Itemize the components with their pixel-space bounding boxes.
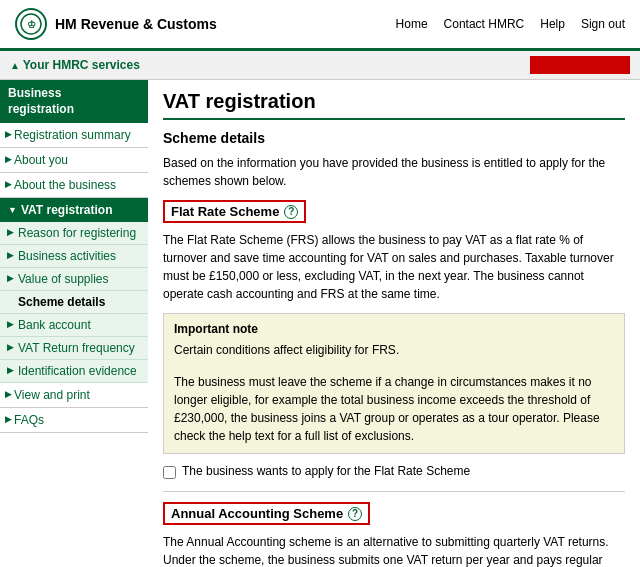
nav-contact[interactable]: Contact HMRC [444, 17, 525, 31]
page-title: VAT registration [163, 90, 625, 120]
sidebar-vat-items: Reason for registering Business activiti… [0, 222, 148, 383]
important-note-text2: The business must leave the scheme if a … [174, 373, 614, 445]
hmrc-logo-icon: ♔ [15, 8, 47, 40]
nav-home[interactable]: Home [396, 17, 428, 31]
logo-text: HM Revenue & Customs [55, 16, 217, 32]
sidebar-item-view-and-print[interactable]: View and print [0, 383, 148, 408]
sidebar-item-value-of-supplies[interactable]: Value of supplies [0, 268, 148, 291]
intro-text: Based on the information you have provid… [163, 154, 625, 190]
flat-rate-description: The Flat Rate Scheme (FRS) allows the bu… [163, 231, 625, 303]
header: ♔ HM Revenue & Customs Home Contact HMRC… [0, 0, 640, 51]
sidebar-business-registration-title: Business registration [0, 80, 148, 123]
sidebar-item-bank-account[interactable]: Bank account [0, 314, 148, 337]
flat-rate-scheme-label[interactable]: Flat Rate Scheme ? [163, 200, 306, 223]
service-bar: Your HMRC services [0, 51, 640, 80]
sidebar-item-about-you[interactable]: About you [0, 148, 148, 173]
section-heading: Scheme details [163, 130, 625, 146]
sidebar-item-faqs[interactable]: FAQs [0, 408, 148, 433]
sidebar-item-scheme-details[interactable]: Scheme details [0, 291, 148, 314]
flat-rate-help-icon[interactable]: ? [284, 205, 298, 219]
section-divider [163, 491, 625, 492]
annual-accounting-help-icon[interactable]: ? [348, 507, 362, 521]
sidebar-item-identification-evidence[interactable]: Identification evidence [0, 360, 148, 383]
sidebar-item-vat-return-frequency[interactable]: VAT Return frequency [0, 337, 148, 360]
sidebar-item-business-activities[interactable]: Business activities [0, 245, 148, 268]
important-note-box: Important note Certain conditions affect… [163, 313, 625, 454]
red-bar-decoration [530, 56, 630, 74]
important-note-text1: Certain conditions affect eligibility fo… [174, 341, 614, 359]
flat-rate-checkbox-row: The business wants to apply for the Flat… [163, 464, 625, 479]
content-area: VAT registration Scheme details Based on… [148, 80, 640, 567]
important-note-title: Important note [174, 322, 614, 336]
annual-accounting-scheme-label[interactable]: Annual Accounting Scheme ? [163, 502, 370, 525]
sidebar-item-about-business[interactable]: About the business [0, 173, 148, 198]
main-nav: Home Contact HMRC Help Sign out [396, 17, 625, 31]
annual-accounting-desc1: The Annual Accounting scheme is an alter… [163, 533, 625, 567]
sidebar-item-registration-summary[interactable]: Registration summary [0, 123, 148, 148]
flat-rate-checkbox-label: The business wants to apply for the Flat… [182, 464, 470, 478]
flat-rate-checkbox[interactable] [163, 466, 176, 479]
logo: ♔ HM Revenue & Customs [15, 8, 217, 40]
nav-help[interactable]: Help [540, 17, 565, 31]
sidebar: Business registration Registration summa… [0, 80, 148, 567]
sidebar-item-reason-for-registering[interactable]: Reason for registering [0, 222, 148, 245]
service-bar-text[interactable]: Your HMRC services [10, 58, 140, 72]
main-container: Business registration Registration summa… [0, 80, 640, 567]
sidebar-vat-section[interactable]: VAT registration [0, 198, 148, 222]
nav-signout[interactable]: Sign out [581, 17, 625, 31]
svg-text:♔: ♔ [27, 19, 36, 30]
